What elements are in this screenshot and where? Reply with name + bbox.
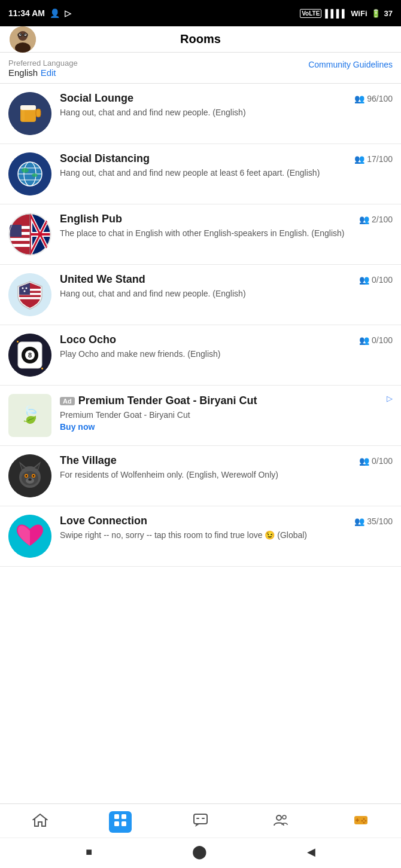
- room-count-love-connection: 👥35/100: [354, 516, 393, 526]
- svg-rect-79: [194, 814, 207, 824]
- svg-point-6: [25, 34, 26, 35]
- room-name-love-connection: Love Connection: [60, 515, 147, 527]
- community-guidelines-link[interactable]: Community Guidelines: [308, 59, 393, 69]
- android-recent-btn[interactable]: ■: [86, 846, 92, 858]
- android-back-btn[interactable]: ◀: [307, 845, 315, 858]
- ad-icon: 🍃: [8, 394, 51, 437]
- room-header-social-distancing: Social Distancing 👥17/100: [60, 152, 393, 165]
- people-nav-icon: [273, 812, 288, 832]
- room-desc-english-pub: The place to chat in English with other …: [60, 228, 344, 238]
- svg-point-69: [33, 475, 35, 477]
- status-time: 11:34 AM: [8, 8, 45, 18]
- people-icon-3: 👥: [359, 215, 369, 224]
- svg-point-22: [32, 173, 38, 177]
- room-item-the-village[interactable]: The Village 👥0/100 For residents of Wolf…: [0, 446, 401, 506]
- room-desc-social-distancing: Hang out, chat and and find new people a…: [60, 168, 320, 178]
- room-name-english-pub: English Pub: [60, 213, 122, 225]
- status-signal-icon: ▷: [65, 8, 71, 18]
- svg-point-5: [20, 34, 21, 35]
- svg-text:8: 8: [28, 352, 32, 359]
- ad-title: Premium Tender Goat - Biryani Cut: [78, 394, 257, 408]
- language-value-row: English Edit: [8, 68, 78, 78]
- svg-point-72: [29, 479, 31, 481]
- edit-language-button[interactable]: Edit: [41, 68, 56, 78]
- room-content-the-village: The Village 👥0/100 For residents of Wolf…: [60, 454, 393, 481]
- ad-buy-button[interactable]: Buy now: [60, 422, 393, 432]
- header: Rooms: [0, 26, 401, 53]
- svg-point-84: [282, 815, 286, 819]
- room-icon-loco-ocho: 8: [8, 334, 51, 377]
- room-item-united-we-stand[interactable]: United We Stand 👥0/100 Hang out, chat an…: [0, 265, 401, 325]
- room-name-the-village: The Village: [60, 454, 117, 467]
- svg-marker-74: [34, 814, 47, 826]
- svg-rect-76: [121, 814, 126, 819]
- room-icon-social-distancing: [8, 152, 51, 195]
- nav-rooms[interactable]: [80, 809, 160, 835]
- room-icon-english-pub: [8, 213, 51, 256]
- page-title: Rooms: [180, 32, 221, 46]
- nav-home[interactable]: [0, 810, 80, 834]
- room-content-loco-ocho: Loco Ocho 👥0/100 Play Ocho and make new …: [60, 334, 393, 360]
- svg-point-90: [363, 822, 365, 824]
- svg-rect-56: [41, 368, 43, 369]
- language-left: Preferred Language English Edit: [8, 59, 78, 78]
- nav-people[interactable]: [241, 810, 321, 834]
- svg-point-21: [22, 168, 29, 173]
- avatar-image: [10, 26, 36, 53]
- room-item-english-pub[interactable]: English Pub 👥2/100 The place to chat in …: [0, 204, 401, 265]
- svg-point-1: [18, 31, 28, 41]
- room-desc-social-lounge: Hang out, chat and and find new people. …: [60, 108, 246, 117]
- avatar[interactable]: [10, 26, 36, 53]
- ad-content: Ad Premium Tender Goat - Biryani Cut Pre…: [60, 394, 393, 432]
- language-value: English: [8, 68, 38, 78]
- svg-rect-78: [121, 821, 126, 826]
- room-count-social-lounge: 👥96/100: [354, 94, 393, 103]
- ad-subtitle: Premium Tender Goat - Biryani Cut: [60, 410, 393, 420]
- battery-level: 37: [384, 9, 393, 18]
- svg-point-88: [363, 818, 365, 820]
- room-list: Social Lounge 👥96/100 Hang out, chat and…: [0, 84, 401, 803]
- ad-item[interactable]: 🍃 Ad Premium Tender Goat - Biryani Cut P…: [0, 386, 401, 446]
- people-icon-7: 👥: [354, 516, 364, 526]
- people-icon-4: 👥: [359, 275, 369, 285]
- room-icon-united-we-stand: [8, 273, 51, 316]
- room-name-social-lounge: Social Lounge: [60, 92, 133, 105]
- ad-arrow-icon: ▷: [387, 394, 393, 403]
- room-item-love-connection[interactable]: Love Connection 👥35/100 Swipe right -- n…: [0, 506, 401, 567]
- svg-point-83: [277, 815, 281, 820]
- room-name-united-we-stand: United We Stand: [60, 273, 145, 286]
- svg-point-49: [24, 291, 26, 292]
- room-item-social-lounge[interactable]: Social Lounge 👥96/100 Hang out, chat and…: [0, 84, 401, 144]
- svg-rect-82: [202, 818, 205, 819]
- room-count-united-we-stand: 👥0/100: [359, 275, 393, 285]
- people-icon-6: 👥: [359, 456, 369, 466]
- room-content-united-we-stand: United We Stand 👥0/100 Hang out, chat an…: [60, 273, 393, 300]
- signal-bars-icon: ▌▌▌▌: [325, 9, 347, 18]
- home-icon: [32, 812, 48, 832]
- room-content-english-pub: English Pub 👥2/100 The place to chat in …: [60, 213, 393, 240]
- room-content-social-lounge: Social Lounge 👥96/100 Hang out, chat and…: [60, 92, 393, 119]
- bottom-nav: [0, 803, 401, 838]
- preferred-language-label: Preferred Language: [8, 59, 78, 68]
- room-item-social-distancing[interactable]: Social Distancing 👥17/100 Hang out, chat…: [0, 144, 401, 204]
- volte-badge: VoLTE: [300, 9, 321, 18]
- ad-image: 🍃: [12, 398, 48, 433]
- svg-point-47: [22, 288, 24, 289]
- nav-chat[interactable]: [160, 810, 241, 834]
- status-person-icon: 👤: [50, 8, 60, 18]
- room-item-loco-ocho[interactable]: 8 Loco Ocho 👥0/100 Play Ocho and make ne…: [0, 325, 401, 386]
- room-icon-social-lounge: [8, 92, 51, 135]
- svg-point-91: [361, 820, 363, 822]
- game-icon: [353, 812, 369, 832]
- nav-game[interactable]: [321, 810, 401, 834]
- room-header-love-connection: Love Connection 👥35/100: [60, 515, 393, 527]
- android-home-btn[interactable]: ⬤: [192, 844, 207, 860]
- room-desc-love-connection: Swipe right -- no, sorry -- tap this roo…: [60, 530, 307, 540]
- svg-rect-81: [196, 818, 199, 819]
- people-icon: 👥: [354, 94, 364, 103]
- room-icon-love-connection: [8, 515, 51, 558]
- room-name-loco-ocho: Loco Ocho: [60, 334, 116, 346]
- room-desc-loco-ocho: Play Ocho and make new friends. (English…: [60, 349, 220, 359]
- ad-badge: Ad: [60, 397, 75, 405]
- language-bar: Preferred Language English Edit Communit…: [0, 53, 401, 84]
